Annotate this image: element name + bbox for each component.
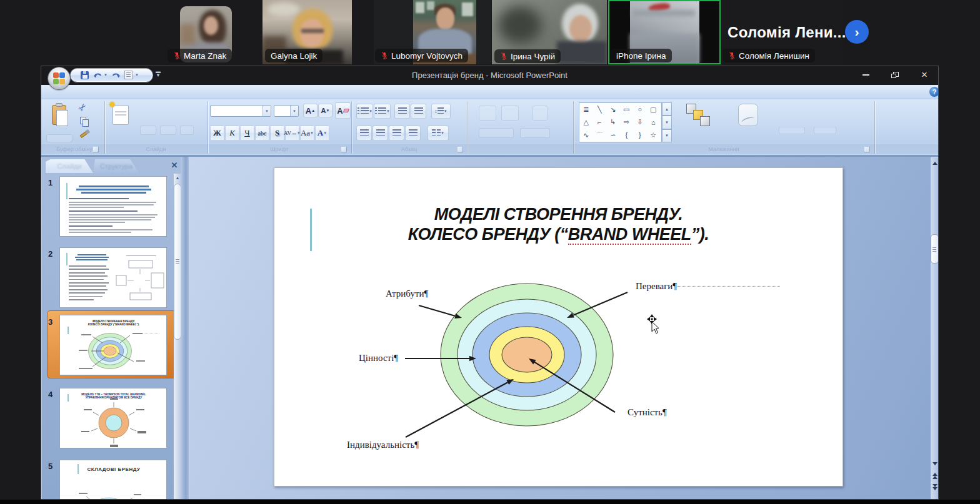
slide-thumbnail-4[interactable]: МОДЕЛЬ ТТВ – THOMPSON TOTAL BRANDING.УПР… xyxy=(59,388,167,448)
shape-1-2[interactable]: ↳ xyxy=(606,116,620,129)
font-dialog-launcher[interactable] xyxy=(341,147,347,152)
increase-indent-button[interactable] xyxy=(411,104,426,119)
gallery-more-button[interactable]: ▼ xyxy=(662,129,672,142)
next-slide-button2[interactable] xyxy=(932,487,938,490)
shape-1-1[interactable]: ⌐ xyxy=(593,116,607,129)
slide-thumbnail-3[interactable]: МОДЕЛІ СТВОРЕННЯ БРЕНДУ.КОЛЕСО БРЕНДУ ("… xyxy=(59,315,167,375)
slides-panel: Слайди Структура ✕ 1 2 3 4 5 xyxy=(42,157,181,500)
help-button[interactable]: ? xyxy=(929,87,939,97)
quick-styles-button[interactable] xyxy=(736,102,761,131)
shape-0-3[interactable]: ▭ xyxy=(620,103,634,116)
font-name-combo[interactable]: ▼ xyxy=(210,105,271,117)
print-dropdown-arrow[interactable]: ▼ xyxy=(135,73,139,77)
undo-icon[interactable] xyxy=(93,71,103,79)
slide-thumbnail-5[interactable]: СКЛАДОВІ БРЕНДУ xyxy=(59,460,167,500)
paragraph-dialog-launcher[interactable] xyxy=(458,147,463,152)
scroll-down-arrow[interactable] xyxy=(932,462,938,465)
gallery-scroll-up[interactable]: ▲ xyxy=(662,102,672,116)
close-icon: × xyxy=(921,69,928,81)
shape-2-4[interactable]: } xyxy=(633,129,647,142)
save-icon[interactable] xyxy=(81,71,89,79)
chevron-down-icon[interactable]: ▼ xyxy=(262,106,271,116)
shape-1-3[interactable]: ⇨ xyxy=(620,116,634,129)
chevron-down-icon[interactable]: ▼ xyxy=(290,106,298,116)
shape-2-2[interactable]: ∽ xyxy=(606,129,620,142)
grow-font-button[interactable]: A▲ xyxy=(303,104,318,117)
paste-button[interactable] xyxy=(50,104,71,134)
shape-0-5[interactable]: ▢ xyxy=(647,103,661,116)
font-color-button[interactable]: А▼ xyxy=(315,126,329,141)
gallery-scroll-down[interactable]: ▼ xyxy=(662,116,672,129)
shape-1-0[interactable]: △ xyxy=(579,116,593,129)
workspace: Слайди Структура ✕ 1 2 3 4 5 xyxy=(41,156,938,500)
panel-close-button[interactable]: ✕ xyxy=(169,161,179,170)
print-preview-icon[interactable] xyxy=(124,71,132,79)
undo-dropdown-arrow[interactable]: ▼ xyxy=(104,73,108,77)
tab-outline[interactable]: Структура xyxy=(93,159,139,173)
close-button[interactable]: × xyxy=(914,66,935,84)
tab-slides[interactable]: Слайди xyxy=(46,159,93,173)
columns-button[interactable]: ▼ xyxy=(428,126,449,141)
align-right-button[interactable] xyxy=(389,126,404,141)
restore-icon xyxy=(891,72,899,79)
mic-muted-icon xyxy=(173,51,181,60)
shape-1-5[interactable]: ⌂ xyxy=(647,116,661,129)
shape-2-1[interactable]: ⌒ xyxy=(593,129,607,142)
shadow-button[interactable]: S xyxy=(270,126,284,141)
main-scrollbar[interactable] xyxy=(931,158,939,500)
shape-1-4[interactable]: ⇩ xyxy=(633,116,647,129)
minimize-button[interactable] xyxy=(855,66,876,84)
maximize-button[interactable] xyxy=(884,66,906,84)
panel-splitter[interactable] xyxy=(181,157,189,500)
shape-0-1[interactable]: ╲ xyxy=(593,103,607,116)
window-titlebar[interactable]: Презентація бренд - Microsoft PowerPoint… xyxy=(41,66,938,85)
italic-button[interactable]: К xyxy=(225,126,239,141)
diagram-label: Переваги¶ xyxy=(636,281,677,292)
arrange-button[interactable] xyxy=(686,104,714,131)
blur-blob xyxy=(498,6,542,44)
shape-2-3[interactable]: { xyxy=(620,129,634,142)
next-gallery-page-button[interactable]: › xyxy=(845,20,869,44)
font-size-combo[interactable]: ▼ xyxy=(274,105,299,117)
new-slide-button[interactable]: ✹ xyxy=(111,102,130,126)
shape-gallery[interactable]: ≣╲↘▭○▢△⌐↳⇨⇩⌂∿⌒∽{}☆ xyxy=(579,102,662,142)
customize-qat-button[interactable]: ▬▼ xyxy=(156,70,161,77)
strikethrough-button[interactable]: abc xyxy=(255,126,269,141)
align-center-button[interactable] xyxy=(372,126,388,141)
slide-thumbnail-1[interactable] xyxy=(59,176,167,237)
clear-formatting-button[interactable]: A xyxy=(335,102,351,119)
previous-slide-button2[interactable] xyxy=(932,476,938,479)
shape-0-2[interactable]: ↘ xyxy=(606,103,620,116)
redo-icon[interactable] xyxy=(111,71,121,79)
close-icon: ✕ xyxy=(171,161,178,170)
shape-2-0[interactable]: ∿ xyxy=(579,129,593,142)
clipboard-dialog-launcher[interactable] xyxy=(93,147,99,152)
numbering-button[interactable]: ▼ xyxy=(374,104,391,119)
office-button[interactable] xyxy=(48,67,70,89)
scroll-up-arrow[interactable] xyxy=(932,162,938,165)
mic-muted-icon xyxy=(500,52,508,61)
change-case-button[interactable]: Aa▼ xyxy=(300,126,314,141)
main-scrollbar-thumb[interactable] xyxy=(931,234,939,264)
slide-canvas[interactable]: МОДЕЛІ СТВОРЕННЯ БРЕНДУ. КОЛЕСО БРЕНДУ (… xyxy=(274,167,843,487)
bottom-letterbox xyxy=(0,500,980,504)
ribbon-tab-strip[interactable] xyxy=(41,85,938,99)
justify-button[interactable] xyxy=(405,126,421,141)
bullets-button[interactable]: ▼ xyxy=(356,104,373,119)
shape-2-5[interactable]: ☆ xyxy=(647,129,661,142)
underline-button[interactable]: Ч xyxy=(240,126,254,141)
poster xyxy=(416,2,424,13)
shape-0-0[interactable]: ≣ xyxy=(579,103,593,116)
cut-button[interactable]: ✂ xyxy=(76,101,89,114)
character-spacing-button[interactable]: AV↔▼ xyxy=(285,126,299,141)
participant-name: Galyna Lojik xyxy=(271,51,317,61)
bold-button[interactable]: Ж xyxy=(210,126,224,141)
decrease-indent-button[interactable] xyxy=(394,104,410,119)
shape-0-4[interactable]: ○ xyxy=(633,103,647,116)
slide-thumbnail-2[interactable] xyxy=(59,247,167,308)
drawing-dialog-launcher[interactable] xyxy=(864,147,870,152)
mic-muted-icon xyxy=(381,51,388,60)
align-left-button[interactable] xyxy=(356,126,372,141)
shrink-font-button[interactable]: A▼ xyxy=(318,104,332,117)
line-spacing-button[interactable]: ↕▼ xyxy=(431,104,451,119)
